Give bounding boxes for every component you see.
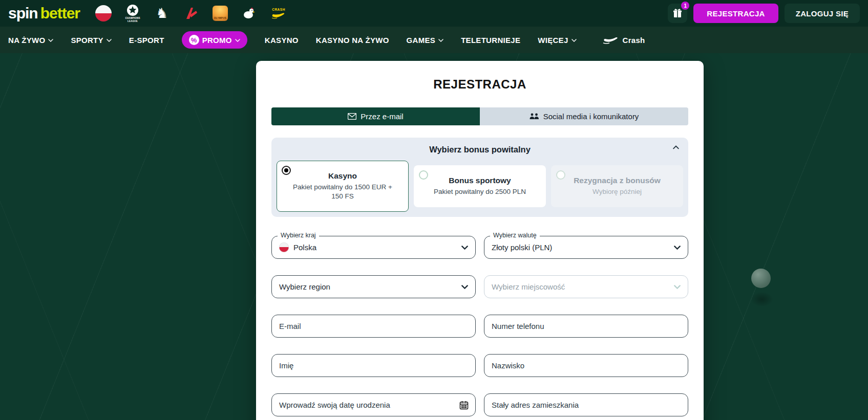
modal-title: REJESTRACJA bbox=[271, 77, 688, 92]
gift-button[interactable]: 1 bbox=[668, 4, 687, 23]
tab-email-label: Przez e-mail bbox=[361, 112, 403, 121]
champions-league-label: CHAMPIONS LEAGUE bbox=[122, 17, 143, 23]
chicken-glyph bbox=[242, 6, 257, 20]
bonus-title: Kasyno bbox=[284, 171, 401, 181]
chevron-down-icon bbox=[571, 39, 577, 42]
city-select[interactable]: Wybierz miejscowość bbox=[484, 275, 688, 298]
chevron-down-icon bbox=[461, 285, 468, 289]
chevron-down-icon bbox=[438, 39, 443, 42]
nav-item-kasyno-na-zywo[interactable]: KASYNO NA ŻYWO bbox=[316, 36, 389, 45]
nav-item-games[interactable]: GAMES bbox=[407, 36, 444, 45]
gift-badge: 1 bbox=[681, 2, 689, 10]
chevron-down-icon bbox=[674, 285, 681, 289]
nav-label: PROMO bbox=[202, 36, 232, 45]
radio-unselected[interactable] bbox=[419, 170, 428, 180]
register-button[interactable]: REJESTRACJA bbox=[693, 4, 778, 23]
poland-flag bbox=[95, 5, 112, 21]
main-nav: NA ŻYWO SPORTY E-SPORT % PROMO KASYNO KA… bbox=[0, 27, 868, 53]
tab-email[interactable]: Przez e-mail bbox=[271, 107, 480, 125]
crash-game-icon[interactable]: CRASH bbox=[268, 3, 289, 24]
currency-value: Złoty polski (PLN) bbox=[492, 243, 552, 252]
nav-item-kasyno[interactable]: KASYNO bbox=[265, 36, 299, 45]
radio-unselected[interactable] bbox=[556, 170, 565, 180]
calendar-icon[interactable] bbox=[459, 401, 469, 410]
olympus-label: OLYMPUS bbox=[214, 17, 226, 19]
region-select[interactable]: Wybierz region bbox=[271, 275, 476, 298]
last-name-field[interactable] bbox=[492, 355, 681, 377]
gift-icon bbox=[672, 8, 683, 18]
logo-text-better: better bbox=[40, 5, 80, 22]
decor-sphere bbox=[751, 269, 771, 288]
gates-of-olympus-icon[interactable]: OLYMPUS bbox=[210, 3, 230, 24]
starball-icon bbox=[126, 4, 139, 16]
bonus-subtitle: Wybiorę później bbox=[559, 187, 675, 196]
site-logo[interactable]: spin better bbox=[8, 5, 80, 22]
bonus-option-sport[interactable]: Bonus sportowy Pakiet powitalny do 2500 … bbox=[414, 165, 546, 207]
chevron-down-icon bbox=[48, 39, 53, 42]
page-background: REJESTRACJA Przez e-mail Social media i … bbox=[0, 53, 868, 420]
address-field-wrap bbox=[484, 393, 688, 416]
bonus-heading: Wybierz bonus powitalny bbox=[277, 145, 683, 154]
nav-item-promo[interactable]: % PROMO bbox=[182, 31, 247, 49]
crash-game-label: CRASH bbox=[272, 8, 285, 11]
envelope-icon bbox=[348, 113, 356, 120]
address-field[interactable] bbox=[492, 394, 681, 416]
nav-label: SPORTY bbox=[71, 36, 103, 45]
nav-label: NA ŻYWO bbox=[8, 36, 45, 45]
phone-field-wrap bbox=[484, 315, 688, 338]
city-placeholder: Wybierz miejscowość bbox=[492, 282, 565, 291]
chevron-down-icon bbox=[235, 39, 240, 42]
chevron-down-icon bbox=[461, 246, 468, 250]
nav-label: KASYNO bbox=[265, 36, 299, 45]
header-actions: 1 REJESTRACJA ZALOGUJ SIĘ bbox=[668, 4, 860, 23]
nav-item-sporty[interactable]: SPORTY bbox=[71, 36, 111, 45]
tab-social-media[interactable]: Social media i komunikatory bbox=[480, 107, 688, 125]
login-button[interactable]: ZALOGUJ SIĘ bbox=[785, 4, 860, 23]
collapse-chevron-up-icon[interactable] bbox=[673, 145, 679, 149]
registration-form: Wybierz kraj Polska Wybierz walutę Złoty… bbox=[271, 236, 688, 416]
top-header: spin better CHAMPIONS LEAGUE ♞ OLYMPUS bbox=[0, 0, 868, 27]
laliga-icon[interactable] bbox=[181, 3, 201, 24]
bonus-option-kasyno[interactable]: Kasyno Pakiet powitalny do 1500 EUR + 15… bbox=[277, 161, 409, 212]
email-field-wrap bbox=[271, 315, 476, 338]
chevron-down-icon bbox=[107, 39, 112, 42]
champions-league-icon[interactable]: CHAMPIONS LEAGUE bbox=[122, 3, 143, 24]
bonus-panel: Wybierz bonus powitalny Kasyno Pakiet po… bbox=[271, 138, 688, 217]
nav-label: GAMES bbox=[407, 36, 436, 45]
nav-item-na-zywo[interactable]: NA ŻYWO bbox=[8, 36, 53, 45]
nav-item-wiecej[interactable]: WIĘCEJ bbox=[538, 36, 576, 45]
nav-label: KASYNO NA ŻYWO bbox=[316, 36, 389, 45]
chicken-icon[interactable] bbox=[239, 3, 260, 24]
nav-item-crash[interactable]: Crash bbox=[601, 35, 645, 45]
country-value: Polska bbox=[293, 243, 316, 252]
percent-icon: % bbox=[189, 35, 199, 45]
currency-select[interactable]: Wybierz walutę Złoty polski (PLN) bbox=[484, 236, 688, 259]
crash-plane-icon bbox=[601, 35, 620, 45]
bonus-subtitle: Pakiet powitalny do 1500 EUR + 150 FS bbox=[289, 183, 396, 201]
tab-social-label: Social media i komunikatory bbox=[543, 112, 639, 121]
currency-label: Wybierz walutę bbox=[490, 232, 540, 239]
country-select[interactable]: Wybierz kraj Polska bbox=[271, 236, 476, 259]
lion-glyph: ♞ bbox=[156, 7, 168, 20]
bonus-option-rezygnacja[interactable]: Rezygnacja z bonusów Wybiorę później bbox=[551, 165, 683, 207]
nav-label: TELETURNIEJE bbox=[461, 36, 520, 45]
birth-date-field-wrap bbox=[271, 393, 476, 416]
decor-sphere-shadow bbox=[751, 292, 773, 307]
nav-label: E-SPORT bbox=[129, 36, 164, 45]
bonus-title: Bonus sportowy bbox=[421, 176, 538, 185]
phone-field[interactable] bbox=[492, 315, 681, 337]
promo-icon-strip: CHAMPIONS LEAGUE ♞ OLYMPUS CRASH bbox=[93, 3, 289, 24]
nav-item-teleturnieje[interactable]: TELETURNIEJE bbox=[461, 36, 520, 45]
bonus-subtitle: Pakiet powitalny do 2500 PLN bbox=[421, 187, 538, 196]
nav-item-esport[interactable]: E-SPORT bbox=[129, 36, 164, 45]
first-name-field[interactable] bbox=[279, 355, 468, 377]
birth-date-field[interactable] bbox=[279, 394, 468, 416]
bonus-title: Rezygnacja z bonusów bbox=[559, 176, 675, 185]
chevron-down-icon bbox=[674, 246, 681, 250]
olympus-badge: OLYMPUS bbox=[213, 6, 228, 21]
premier-league-icon[interactable]: ♞ bbox=[152, 3, 172, 24]
poland-flag-icon[interactable] bbox=[93, 3, 114, 24]
radio-selected[interactable] bbox=[282, 166, 291, 175]
nav-label: Crash bbox=[623, 36, 645, 45]
email-field[interactable] bbox=[279, 315, 468, 337]
